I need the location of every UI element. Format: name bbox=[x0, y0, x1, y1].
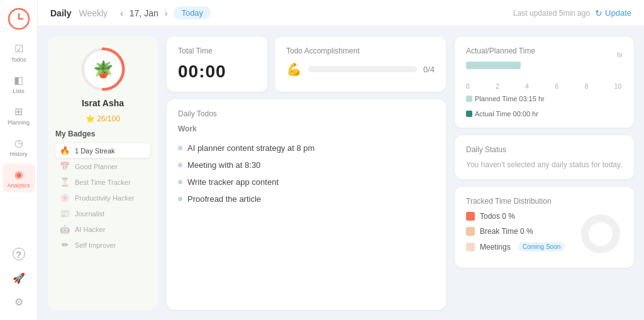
list-item: AI planner content strategy at 8 pm bbox=[178, 140, 435, 157]
avatar-image: 🪴 bbox=[84, 50, 122, 88]
analytics-icon: ◉ bbox=[12, 167, 26, 181]
planning-icon: ⊞ bbox=[12, 104, 26, 118]
todo-acc-title: Todo Accomplishment bbox=[286, 47, 435, 55]
sidebar-item-rocket[interactable]: 🚀 bbox=[3, 267, 35, 289]
profile-name: Israt Asha bbox=[82, 98, 124, 108]
calendar-icon: 📅 bbox=[59, 162, 70, 171]
sidebar-item-history[interactable]: ◷ History bbox=[3, 132, 35, 161]
tracked-break-time: Break Time 0 % bbox=[466, 227, 574, 236]
sidebar-item-planning[interactable]: ⊞ Planning bbox=[3, 101, 35, 130]
todo-bullet bbox=[178, 180, 182, 184]
prev-date-button[interactable]: ‹ bbox=[118, 7, 126, 19]
pencil-icon: ✏ bbox=[59, 240, 70, 250]
profile-xp: ⭐ 26/100 bbox=[86, 114, 120, 123]
tracked-row: Todos 0 % Break Time 0 % Meetings Coming… bbox=[466, 212, 623, 258]
tracked-distribution-card: Tracked Time Distribution Todos 0 % Brea… bbox=[455, 187, 634, 268]
todo-acc-row: 💪 0/4 bbox=[286, 62, 435, 77]
todos-color bbox=[466, 212, 475, 221]
todo-list: AI planner content strategy at 8 pm Meet… bbox=[178, 140, 435, 207]
chart-axis: 0 2 4 6 8 10 bbox=[466, 83, 623, 90]
help-icon: ? bbox=[12, 247, 26, 261]
gear-icon: ⚙ bbox=[12, 295, 26, 309]
refresh-icon: ↻ bbox=[595, 8, 602, 18]
sidebar: ☑ Todos ◧ Lists ⊞ Planning ◷ History ◉ A… bbox=[0, 0, 38, 320]
tracked-title: Tracked Time Distribution bbox=[466, 197, 623, 206]
tracked-meetings: Meetings Coming Soon bbox=[466, 242, 574, 251]
muscle-icon: 💪 bbox=[286, 62, 302, 77]
sidebar-item-todos[interactable]: ☑ Todos bbox=[3, 38, 35, 67]
header: Daily Weekly ‹ 17, Jan › Today Last upda… bbox=[38, 0, 644, 26]
break-time-color bbox=[466, 227, 475, 236]
sidebar-item-help[interactable]: ? bbox=[3, 243, 35, 265]
badge-good-planner: 📅 Good Planner bbox=[55, 159, 150, 174]
sidebar-item-lists[interactable]: ◧ Lists bbox=[3, 69, 35, 98]
daily-status-card: Daily Status You haven't selected any da… bbox=[455, 135, 634, 179]
flower-icon: 🌸 bbox=[59, 193, 70, 202]
badge-self-improver: ✏ Self Improver bbox=[55, 238, 150, 252]
axis-unit: hr bbox=[617, 52, 623, 58]
badge-1-day-streak: 🔥 1 Day Streak bbox=[55, 143, 150, 158]
header-right: Last updated 5min ago ↻ Update bbox=[513, 8, 631, 18]
tab-weekly[interactable]: Weekly bbox=[79, 8, 108, 18]
badges-title: My Badges bbox=[55, 130, 150, 138]
planned-legend: Planned Time 03:15 hr bbox=[466, 95, 545, 102]
meetings-color bbox=[466, 243, 475, 251]
bar-chart bbox=[466, 62, 610, 79]
newspaper-icon: 📰 bbox=[59, 209, 70, 218]
logo bbox=[8, 8, 30, 30]
planned-color bbox=[466, 96, 472, 102]
sidebar-item-settings[interactable]: ⚙ bbox=[3, 291, 35, 312]
total-time-title: Total Time bbox=[178, 47, 256, 55]
top-cards: Total Time 00:00 Todo Accomplishment 💪 0… bbox=[167, 36, 446, 92]
left-panel: 🪴 Israt Asha ⭐ 26/100 My Badges 🔥 1 Day … bbox=[48, 36, 158, 310]
todo-accomplishment-card: Todo Accomplishment 💪 0/4 bbox=[275, 36, 446, 92]
robot-icon: 🤖 bbox=[59, 224, 70, 234]
next-date-button[interactable]: › bbox=[162, 7, 170, 19]
badges-section: My Badges 🔥 1 Day Streak 📅 Good Planner … bbox=[55, 130, 150, 253]
todo-bullet bbox=[178, 197, 182, 201]
rocket-icon: 🚀 bbox=[12, 271, 26, 285]
actual-legend: Actual Time 00:00 hr bbox=[466, 110, 538, 118]
middle-panel: Total Time 00:00 Todo Accomplishment 💪 0… bbox=[167, 36, 446, 310]
update-button[interactable]: ↻ Update bbox=[595, 8, 631, 18]
current-date: 17, Jan bbox=[130, 8, 158, 18]
actual-planned-title: Actual/Planned Time bbox=[466, 47, 623, 55]
badge-productivity-hacker: 🌸 Productivity Hacker bbox=[55, 190, 150, 205]
main-content: Daily Weekly ‹ 17, Jan › Today Last upda… bbox=[38, 0, 644, 320]
actual-planned-card: Actual/Planned Time hr 0 2 4 6 bbox=[455, 36, 634, 128]
chart-legend: Planned Time 03:15 hr Actual Time 00:00 … bbox=[466, 95, 623, 118]
right-panel: Actual/Planned Time hr 0 2 4 6 bbox=[455, 36, 634, 310]
daily-status-title: Daily Status bbox=[466, 145, 623, 154]
daily-todos-card: Daily Todos Work AI planner content stra… bbox=[167, 99, 446, 310]
todo-count: 0/4 bbox=[423, 65, 435, 74]
sidebar-bottom: ? 🚀 ⚙ bbox=[3, 243, 35, 312]
list-item: Write tracker app content bbox=[178, 174, 435, 190]
avatar: 🪴 bbox=[80, 47, 126, 92]
work-section-label: Work bbox=[178, 124, 435, 133]
todos-icon: ☑ bbox=[12, 41, 26, 55]
badge-ai-hacker: 🤖 AI Hacker bbox=[55, 222, 150, 236]
badge-journalist: 📰 Journalist bbox=[55, 206, 150, 221]
badge-best-time-tracker: ⏳ Best Time Tracker bbox=[55, 175, 150, 189]
sidebar-item-analytics[interactable]: ◉ Analytics bbox=[3, 163, 35, 192]
todo-progress-bar bbox=[308, 66, 417, 72]
star-icon: ⭐ bbox=[86, 114, 95, 123]
svg-point-3 bbox=[585, 218, 616, 250]
today-button[interactable]: Today bbox=[174, 6, 211, 19]
time-display: 00:00 bbox=[178, 62, 256, 82]
actual-color bbox=[466, 111, 472, 117]
fire-icon: 🔥 bbox=[59, 146, 70, 155]
todo-bullet bbox=[178, 163, 182, 167]
tab-daily[interactable]: Daily bbox=[50, 8, 71, 18]
todo-bullet bbox=[178, 146, 182, 150]
history-icon: ◷ bbox=[12, 136, 26, 150]
lists-icon: ◧ bbox=[12, 73, 26, 87]
daily-todos-title: Daily Todos bbox=[178, 109, 435, 118]
planned-bar bbox=[466, 62, 521, 69]
list-item: Proofread the article bbox=[178, 190, 435, 207]
tracked-legend: Todos 0 % Break Time 0 % Meetings Coming… bbox=[466, 212, 574, 258]
donut-chart bbox=[579, 212, 623, 256]
content-area: 🪴 Israt Asha ⭐ 26/100 My Badges 🔥 1 Day … bbox=[38, 26, 644, 320]
hourglass-icon: ⏳ bbox=[59, 177, 70, 187]
tracked-todos: Todos 0 % bbox=[466, 212, 574, 221]
